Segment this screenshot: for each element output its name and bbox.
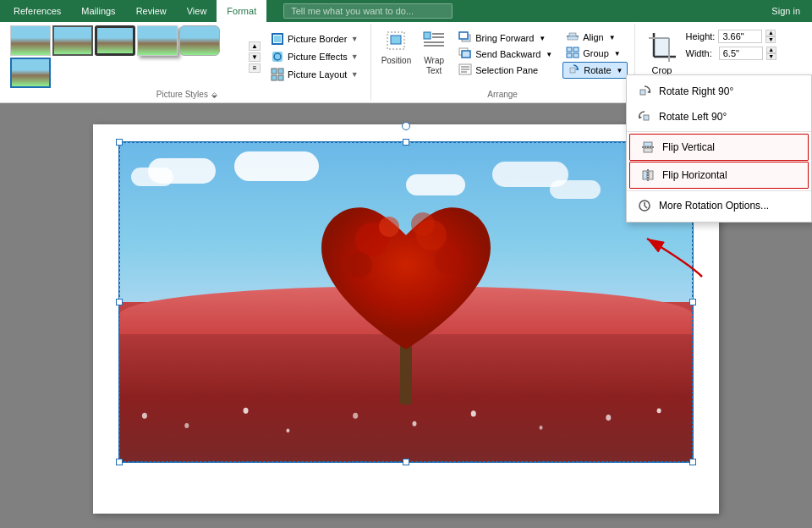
pic-style-6[interactable]	[10, 58, 51, 88]
svg-rect-46	[649, 171, 653, 179]
flower-field	[119, 376, 693, 456]
picture-border-icon	[271, 32, 284, 46]
tab-review[interactable]: Review	[126, 0, 177, 22]
tab-mailings[interactable]: Mailings	[71, 0, 125, 22]
group-label: Group	[583, 48, 609, 58]
svg-point-58	[411, 212, 435, 236]
picture-border-arrow: ▼	[351, 35, 359, 43]
position-btn[interactable]: Position	[378, 25, 415, 78]
handle-top-center[interactable]	[403, 139, 409, 146]
rotate-btn[interactable]: Rotate ▼	[562, 62, 627, 79]
rotate-right-icon	[637, 84, 652, 99]
tab-view[interactable]: View	[177, 0, 217, 22]
width-spinners: ▲ ▼	[766, 47, 776, 60]
align-icon	[566, 30, 579, 44]
align-btn[interactable]: Align ▼	[562, 30, 627, 45]
svg-rect-43	[644, 148, 652, 152]
crop-label: Crop	[652, 65, 672, 75]
svg-rect-16	[459, 32, 468, 39]
picture-layout-icon	[271, 68, 284, 81]
picture-styles-dialog-btn[interactable]: ⬙	[211, 91, 217, 99]
picture-layout-arrow: ▼	[351, 70, 359, 79]
svg-point-68	[657, 408, 661, 413]
more-rotation-icon	[637, 198, 652, 213]
pic-scroll-down[interactable]: ▼	[249, 52, 261, 62]
picture-layout-btn[interactable]: Picture Layout ▼	[266, 66, 364, 83]
position-icon	[382, 27, 409, 54]
picture-border-btn[interactable]: Picture Border ▼	[266, 30, 364, 47]
group-btn[interactable]: Group ▼	[562, 46, 627, 61]
bring-forward-btn[interactable]: Bring Forward ▼	[455, 30, 556, 46]
height-label: Height:	[686, 31, 716, 41]
selection-pane-icon	[458, 63, 472, 77]
bring-forward-arrow: ▼	[539, 35, 546, 42]
width-label: Width:	[686, 48, 712, 58]
svg-rect-38	[640, 90, 645, 95]
picture-layout-label: Picture Layout	[288, 69, 347, 80]
pic-scroll-up[interactable]: ▲	[249, 41, 261, 51]
flip-horizontal-item[interactable]: Flip Horizontal	[629, 162, 809, 189]
flip-horizontal-label: Flip Horizontal	[662, 169, 727, 181]
handle-bottom-left[interactable]	[116, 459, 123, 465]
svg-rect-25	[568, 36, 578, 40]
cloud-6	[550, 180, 601, 199]
rotate-left-item[interactable]: Rotate Left 90°	[627, 104, 811, 129]
picture-cmd-list: Picture Border ▼ Picture Effects ▼	[266, 30, 364, 83]
handle-bottom-right[interactable]	[689, 459, 696, 465]
rotate-dropdown: Rotate Right 90° Rotate Left 90° Flip Ve…	[626, 74, 812, 223]
svg-point-62	[286, 429, 289, 433]
picture-effects-label: Picture Effects	[288, 52, 348, 62]
rotate-right-item[interactable]: Rotate Right 90°	[627, 79, 811, 104]
wrap-text-btn[interactable]: WrapText	[416, 25, 452, 78]
svg-point-63	[353, 413, 358, 419]
selection-pane-btn[interactable]: Selection Pane	[455, 63, 556, 78]
rotate-left-label: Rotate Left 90°	[659, 111, 727, 123]
ribbon-search-input[interactable]	[283, 3, 453, 19]
pic-style-3[interactable]	[95, 25, 135, 56]
group-arrow: ▼	[614, 50, 621, 58]
send-backward-btn[interactable]: Send Backward ▼	[455, 47, 556, 62]
sign-in-button[interactable]: Sign in	[763, 3, 809, 19]
handle-middle-right[interactable]	[689, 299, 696, 305]
flip-vertical-item[interactable]: Flip Vertical	[629, 134, 809, 161]
rotate-icon	[567, 63, 580, 77]
pic-style-4[interactable]	[137, 25, 178, 56]
selected-image-container[interactable]	[118, 141, 694, 463]
pic-style-1[interactable]	[10, 25, 51, 56]
pic-style-5[interactable]	[179, 25, 220, 56]
ribbon-tab-bar: References Mailings Review View Format S…	[0, 0, 812, 22]
handle-top-left[interactable]	[116, 139, 123, 146]
width-spin-up[interactable]: ▲	[766, 47, 776, 53]
svg-marker-39	[639, 116, 642, 118]
arrange-content: Position WrapText Bring	[378, 25, 628, 88]
picture-styles-group: ▲ ▼ ≡ Picture Border ▼	[3, 24, 371, 101]
width-spin-down[interactable]: ▼	[766, 53, 776, 60]
height-spin-down[interactable]: ▼	[765, 36, 776, 43]
picture-effects-btn[interactable]: Picture Effects ▼	[266, 48, 364, 65]
svg-point-55	[347, 252, 372, 278]
svg-point-66	[540, 426, 543, 430]
rotate-arrow: ▼	[617, 67, 623, 74]
svg-point-59	[142, 413, 147, 419]
height-input[interactable]	[718, 30, 762, 43]
svg-rect-26	[567, 47, 572, 52]
tab-format[interactable]: Format	[217, 0, 266, 22]
handle-bottom-center[interactable]	[403, 459, 409, 465]
group-icon	[566, 47, 579, 60]
bring-forward-label: Bring Forward	[475, 33, 534, 43]
image-rotate-handle[interactable]	[402, 122, 410, 130]
send-backward-label: Send Backward	[475, 49, 540, 59]
pic-style-2[interactable]	[52, 25, 93, 56]
svg-point-60	[184, 423, 189, 428]
svg-rect-40	[644, 115, 649, 120]
rotate-label: Rotate	[584, 65, 611, 75]
pic-scroll-all[interactable]: ≡	[249, 63, 261, 73]
width-input[interactable]	[719, 47, 763, 60]
more-rotation-item[interactable]: More Rotation Options...	[627, 193, 811, 218]
wrap-text-label: WrapText	[424, 56, 444, 76]
cloud-3	[234, 151, 319, 181]
height-spin-up[interactable]: ▲	[765, 30, 776, 36]
svg-rect-10	[424, 32, 431, 39]
tab-references[interactable]: References	[3, 0, 71, 22]
handle-middle-left[interactable]	[116, 299, 123, 305]
